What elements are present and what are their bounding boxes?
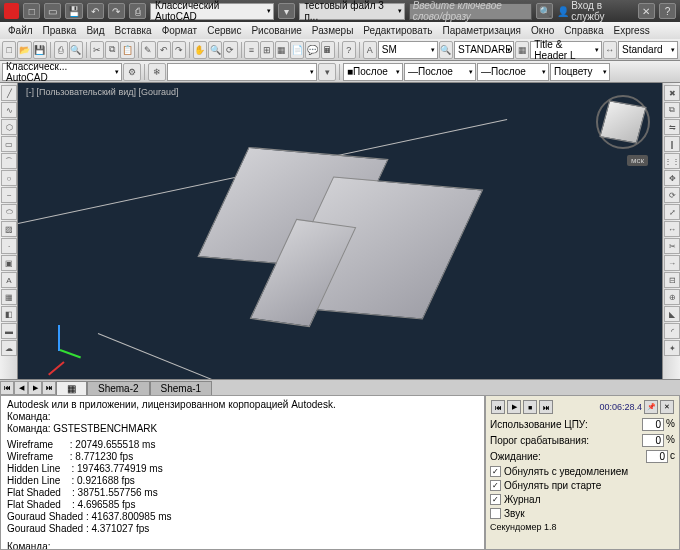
command-window[interactable]: Autodesk или в приложении, лицензированн…	[0, 395, 485, 550]
close-icon[interactable]: ✕	[660, 400, 674, 414]
array-icon[interactable]: ⋮⋮	[664, 153, 680, 169]
table-icon[interactable]: ▦	[1, 289, 17, 305]
tb-cut[interactable]: ✂	[90, 41, 104, 59]
forward-icon[interactable]: ⏭	[539, 400, 553, 414]
tb-calc[interactable]: 🖩	[321, 41, 335, 59]
tb-paste[interactable]: 📋	[120, 41, 134, 59]
tb-tp[interactable]: ▦	[275, 41, 289, 59]
layer-icon[interactable]: ❄	[148, 63, 166, 81]
sm-dropdown[interactable]: SM	[378, 41, 438, 59]
undo-icon[interactable]: ↶	[87, 3, 104, 19]
menu-format[interactable]: Формат	[158, 24, 202, 37]
menu-parametric[interactable]: Параметризация	[438, 24, 525, 37]
break-icon[interactable]: ⊟	[664, 272, 680, 288]
tb-orbit[interactable]: ⟳	[223, 41, 237, 59]
wait-value[interactable]: 0	[646, 450, 668, 463]
cmd-prompt[interactable]: Команда:	[7, 541, 478, 550]
mirror-icon[interactable]: ⇋	[664, 119, 680, 135]
open-icon[interactable]: ▭	[44, 3, 61, 19]
menu-help[interactable]: Справка	[560, 24, 607, 37]
region-icon[interactable]: ◧	[1, 306, 17, 322]
save-icon[interactable]: 💾	[65, 3, 82, 19]
print-icon[interactable]: ⎙	[129, 3, 146, 19]
chamfer-icon[interactable]: ◣	[664, 306, 680, 322]
text-icon[interactable]: A	[1, 272, 17, 288]
tab-last-icon[interactable]: ⏭	[42, 381, 56, 395]
menu-dimensions[interactable]: Размеры	[308, 24, 358, 37]
spline-icon[interactable]: ~	[1, 187, 17, 203]
chk-journal[interactable]: ✓	[490, 494, 501, 505]
copy-icon[interactable]: ⧉	[664, 102, 680, 118]
tb-open[interactable]: 📂	[17, 41, 31, 59]
redo-icon[interactable]: ↷	[108, 3, 125, 19]
tb-undo2[interactable]: ↶	[157, 41, 171, 59]
tab-model[interactable]: ▦	[56, 381, 87, 395]
revision-icon[interactable]: ☁	[1, 340, 17, 356]
menu-window[interactable]: Окно	[527, 24, 558, 37]
menu-modify[interactable]: Редактировать	[359, 24, 436, 37]
rotate-icon[interactable]: ⟳	[664, 187, 680, 203]
menu-file[interactable]: Файл	[4, 24, 37, 37]
ellipse-icon[interactable]: ⬭	[1, 204, 17, 220]
block-icon[interactable]: ▣	[1, 255, 17, 271]
chk-sound[interactable]	[490, 508, 501, 519]
plotstyle-dropdown[interactable]: Поцвету	[550, 63, 610, 81]
workspace-dropdown[interactable]: Классический AutoCAD	[150, 3, 274, 20]
extend-icon[interactable]: →	[664, 255, 680, 271]
rectangle-icon[interactable]: ▭	[1, 136, 17, 152]
tb-markup[interactable]: 💬	[305, 41, 319, 59]
linetype-dropdown[interactable]: — Послое	[404, 63, 476, 81]
menu-tools[interactable]: Сервис	[203, 24, 245, 37]
menu-draw[interactable]: Рисование	[247, 24, 305, 37]
search-icon[interactable]: 🔍	[536, 3, 553, 19]
tb-dim[interactable]: ↔	[603, 41, 617, 59]
menu-edit[interactable]: Правка	[39, 24, 81, 37]
fillet-icon[interactable]: ◜	[664, 323, 680, 339]
header-dropdown[interactable]: Title & Header L	[530, 41, 601, 59]
color-dropdown[interactable]: ■ Послое	[343, 63, 403, 81]
arc-icon[interactable]: ⌒	[1, 153, 17, 169]
tab-shema2[interactable]: Shema-2	[87, 381, 150, 395]
menu-view[interactable]: Вид	[82, 24, 108, 37]
tb-new[interactable]: □	[2, 41, 16, 59]
tb-textstyle[interactable]: A	[363, 41, 377, 59]
tb-pan[interactable]: ✋	[193, 41, 207, 59]
layer-dropdown[interactable]	[167, 63, 317, 81]
stop-icon[interactable]: ■	[523, 400, 537, 414]
tb-print[interactable]: ⎙	[54, 41, 68, 59]
tb-preview[interactable]: 🔍	[69, 41, 83, 59]
viewport[interactable]: [-] [Пользовательский вид] [Gouraud] мск	[18, 83, 662, 379]
help-icon[interactable]: ?	[659, 3, 676, 19]
style-dropdown[interactable]: STANDARD	[454, 41, 514, 59]
chk-reset-start[interactable]: ✓	[490, 480, 501, 491]
tb-redo2[interactable]: ↷	[172, 41, 186, 59]
circle-icon[interactable]: ○	[1, 170, 17, 186]
menu-insert[interactable]: Вставка	[110, 24, 155, 37]
login-link[interactable]: 👤 Вход в службу	[557, 0, 633, 22]
ucs-badge[interactable]: мск	[627, 155, 648, 166]
tb-zoom[interactable]: 🔍	[208, 41, 222, 59]
play-icon[interactable]: ▶	[507, 400, 521, 414]
workspace-combo[interactable]: Классическ... AutoCAD	[2, 63, 122, 81]
hatch-icon[interactable]: ▨	[1, 221, 17, 237]
tb-copy[interactable]: ⧉	[105, 41, 119, 59]
join-icon[interactable]: ⊕	[664, 289, 680, 305]
tb-match[interactable]: ✎	[141, 41, 155, 59]
move-icon[interactable]: ✥	[664, 170, 680, 186]
dimstyle-dropdown[interactable]: Standard	[618, 41, 678, 59]
line-icon[interactable]: ╱	[1, 85, 17, 101]
search-input[interactable]: Введите ключевое слово/фразу	[409, 3, 533, 20]
options-icon[interactable]: ▾	[278, 3, 295, 19]
polygon-icon[interactable]: ⬡	[1, 119, 17, 135]
explode-icon[interactable]: ✦	[664, 340, 680, 356]
tab-next-icon[interactable]: ▶	[28, 381, 42, 395]
tb-dc[interactable]: ⊞	[260, 41, 274, 59]
tb-gear-icon[interactable]: ⚙	[123, 63, 141, 81]
viewport-label[interactable]: [-] [Пользовательский вид] [Gouraud]	[26, 87, 178, 97]
tb-props[interactable]: ≡	[244, 41, 258, 59]
erase-icon[interactable]: ✖	[664, 85, 680, 101]
point-icon[interactable]: ·	[1, 238, 17, 254]
thresh-value[interactable]: 0	[642, 434, 664, 447]
menu-express[interactable]: Express	[610, 24, 654, 37]
offset-icon[interactable]: ‖	[664, 136, 680, 152]
